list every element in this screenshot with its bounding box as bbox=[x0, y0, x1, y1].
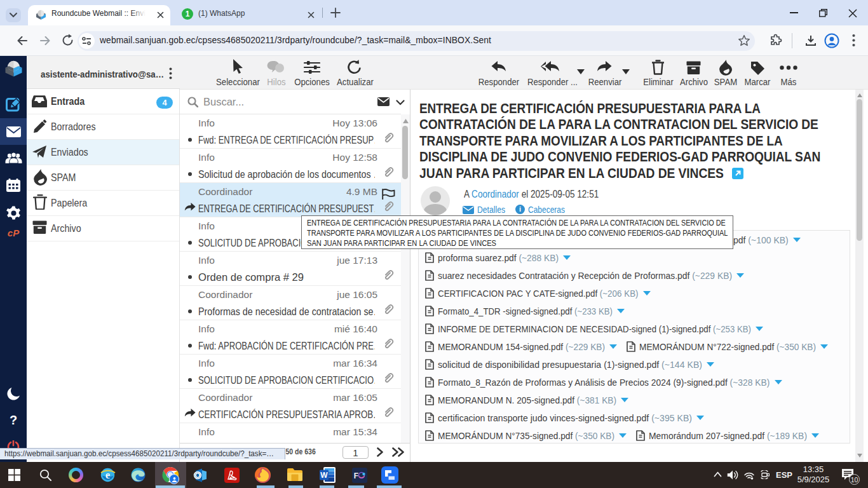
svg-text:F: F bbox=[354, 471, 358, 480]
svg-text:W: W bbox=[320, 471, 328, 480]
svg-text:O: O bbox=[195, 471, 201, 479]
